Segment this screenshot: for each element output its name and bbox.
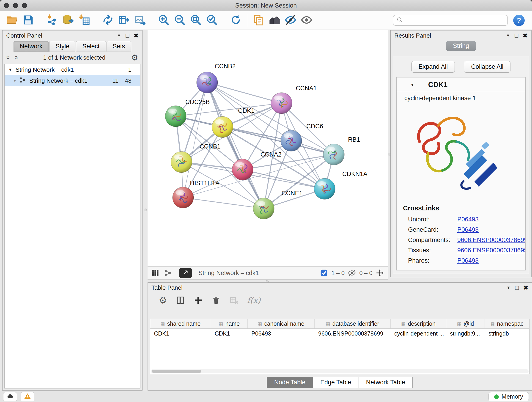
new-network-button[interactable] bbox=[100, 13, 116, 28]
open-session-button[interactable] bbox=[4, 13, 20, 28]
panel-maximize-icon[interactable]: □ bbox=[126, 32, 129, 39]
hidden-eye-slash-icon[interactable] bbox=[348, 269, 356, 277]
zoom-window-button[interactable] bbox=[22, 3, 27, 8]
column-header[interactable]: ▦namespac bbox=[485, 319, 529, 328]
open-in-new-window-button[interactable] bbox=[179, 268, 192, 278]
pharos-link[interactable]: P06493 bbox=[457, 257, 479, 264]
close-window-button[interactable] bbox=[4, 3, 9, 8]
duplicate-document-button[interactable] bbox=[250, 13, 266, 28]
column-header[interactable]: ▦name bbox=[211, 319, 248, 328]
help-button[interactable]: ? bbox=[513, 15, 525, 26]
network-overview-icon[interactable] bbox=[164, 269, 172, 277]
network-options-gear-icon[interactable]: ⚙ bbox=[131, 54, 138, 61]
add-column-icon[interactable] bbox=[194, 296, 203, 305]
export-image-button[interactable] bbox=[132, 13, 148, 28]
scrollbar-thumb[interactable] bbox=[152, 370, 201, 373]
application-window: Session: New Session bbox=[0, 0, 532, 402]
panel-maximize-icon[interactable]: □ bbox=[515, 284, 519, 291]
expand-all-button[interactable]: Expand All bbox=[412, 61, 455, 73]
tab-select[interactable]: Select bbox=[76, 41, 106, 52]
crosslink-label: Compartments: bbox=[408, 236, 457, 244]
panel-close-icon[interactable]: ✖ bbox=[134, 32, 139, 39]
results-panel-title: Results Panel bbox=[394, 32, 431, 39]
network-selection-status: 1 of 1 Network selected bbox=[21, 54, 128, 61]
uniprot-link[interactable]: P06493 bbox=[457, 216, 479, 223]
crosslink-label: Uniprot: bbox=[408, 216, 457, 223]
gene-description: cyclin-dependent kinase 1 bbox=[397, 92, 525, 102]
table-import-icon bbox=[78, 14, 90, 27]
string-tab-badge[interactable]: String bbox=[446, 41, 476, 51]
panel-close-icon[interactable]: ✖ bbox=[523, 32, 528, 39]
zoom-in-button[interactable] bbox=[156, 13, 172, 28]
global-search[interactable] bbox=[393, 15, 508, 26]
tab-node-table[interactable]: Node Table bbox=[267, 377, 313, 388]
function-builder-icon[interactable]: f(x) bbox=[247, 296, 260, 305]
panel-collapse-icon[interactable]: ▼ bbox=[117, 33, 121, 38]
vertical-splitter-handle[interactable] bbox=[144, 209, 147, 211]
home-layout-button[interactable] bbox=[266, 13, 283, 28]
tab-network[interactable]: Network bbox=[13, 41, 49, 52]
crosslink-row: Tissues: 9606.ENSP00000378699 bbox=[397, 245, 525, 255]
warnings-button[interactable] bbox=[21, 392, 34, 401]
table-row[interactable]: CDK1CDK1P064939606.ENSP00000378699cyclin… bbox=[150, 329, 529, 338]
svg-text:RB1: RB1 bbox=[348, 136, 360, 143]
panel-collapse-icon[interactable]: ▼ bbox=[507, 285, 511, 290]
crosslink-row: Pharos: P06493 bbox=[397, 255, 525, 266]
column-header[interactable]: ▦@id bbox=[446, 319, 485, 328]
show-all-button[interactable] bbox=[298, 13, 315, 28]
network-from-table-button[interactable] bbox=[116, 13, 132, 28]
zoom-selected-button[interactable] bbox=[204, 13, 220, 28]
table-settings-gear-icon[interactable]: ⚙ bbox=[159, 296, 167, 305]
collapse-all-networks-icon[interactable]: » bbox=[12, 56, 19, 60]
compartments-link[interactable]: 9606.ENSP00000378699 bbox=[457, 236, 526, 244]
search-icon bbox=[397, 17, 403, 24]
refresh-icon bbox=[230, 14, 242, 27]
tab-edge-table[interactable]: Edge Table bbox=[313, 377, 359, 388]
delete-column-icon[interactable] bbox=[211, 296, 221, 305]
panel-maximize-icon[interactable]: □ bbox=[515, 32, 518, 39]
string-results-box: Expand All Collapse All ▼ CDK1 cyclin-de… bbox=[393, 56, 529, 274]
gene-disclosure-icon[interactable]: ▼ bbox=[410, 83, 414, 87]
table-cell: stringdb:9... bbox=[446, 329, 485, 338]
import-network-file-button[interactable] bbox=[44, 13, 60, 28]
network-label: String Network – cdk1 bbox=[29, 77, 88, 84]
tab-sets[interactable]: Sets bbox=[107, 41, 131, 52]
pan-move-icon[interactable] bbox=[376, 269, 384, 277]
import-network-database-button[interactable] bbox=[60, 13, 76, 28]
string-network-graph[interactable]: CCNB2CCNA1CDC25BCDK1CDC6RB1CCNB1CCNA2CDK… bbox=[147, 30, 388, 266]
disclosure-triangle-icon[interactable]: ▼ bbox=[8, 67, 12, 72]
collapse-all-button[interactable]: Collapse All bbox=[464, 61, 510, 73]
cloud-button[interactable] bbox=[3, 392, 17, 401]
genecard-link[interactable]: P06493 bbox=[457, 226, 479, 233]
network-collection-row[interactable]: ▼ String Network – cdk1 1 bbox=[5, 64, 140, 75]
tab-network-table[interactable]: Network Table bbox=[359, 377, 413, 388]
selected-nodes-checkbox-icon[interactable] bbox=[320, 269, 328, 277]
minimize-window-button[interactable] bbox=[13, 3, 18, 8]
network-canvas[interactable]: CCNB2CCNA1CDC25BCDK1CDC6RB1CCNB1CCNA2CDK… bbox=[147, 30, 388, 266]
horizontal-scrollbar[interactable] bbox=[151, 369, 529, 373]
expand-all-networks-icon[interactable]: » bbox=[5, 56, 12, 60]
refresh-button[interactable] bbox=[228, 13, 244, 28]
hide-selected-button[interactable] bbox=[283, 13, 298, 28]
zoom-out-button[interactable] bbox=[172, 13, 188, 28]
zoom-fit-button[interactable] bbox=[188, 13, 204, 28]
node-count: 11 bbox=[112, 77, 119, 84]
panel-close-icon[interactable]: ✖ bbox=[523, 284, 528, 291]
column-header[interactable]: ▦canonical name bbox=[248, 319, 315, 328]
column-header[interactable]: ▦database identifier bbox=[315, 319, 391, 328]
tab-style[interactable]: Style bbox=[49, 41, 75, 52]
column-header[interactable]: ▦shared name bbox=[150, 319, 211, 328]
import-network-icon bbox=[46, 14, 58, 27]
search-input[interactable] bbox=[405, 17, 504, 24]
table-cell: cyclin-dependent ... bbox=[391, 329, 446, 338]
show-columns-icon[interactable] bbox=[176, 296, 185, 305]
import-table-button[interactable] bbox=[76, 13, 92, 28]
memory-status-dot-icon bbox=[494, 395, 499, 399]
panel-collapse-icon[interactable]: ▼ bbox=[506, 33, 510, 38]
save-session-button[interactable] bbox=[20, 13, 36, 28]
memory-button[interactable]: Memory bbox=[488, 392, 529, 401]
grid-view-icon[interactable] bbox=[151, 269, 159, 277]
network-row[interactable]: ● String Network – cdk1 11 48 bbox=[5, 75, 140, 86]
column-header[interactable]: ▦description bbox=[391, 319, 446, 328]
tissues-link[interactable]: 9606.ENSP00000378699 bbox=[457, 247, 526, 254]
